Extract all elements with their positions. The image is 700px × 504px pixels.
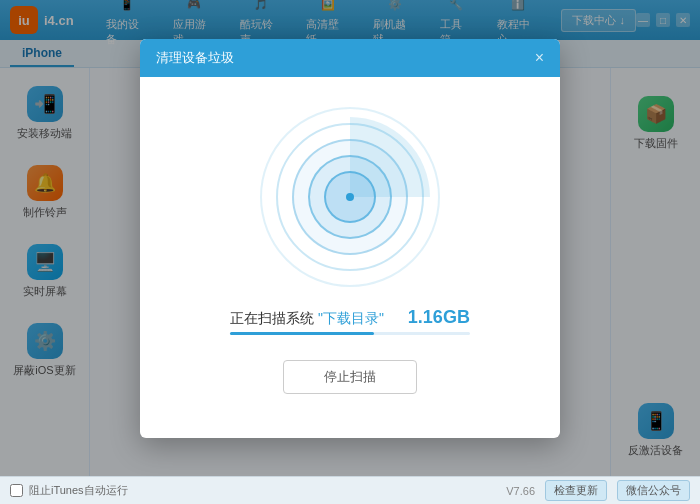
scan-progress-bar: [230, 332, 374, 335]
stop-scan-button[interactable]: 停止扫描: [283, 360, 417, 394]
status-left: 阻止iTunes自动运行: [10, 483, 506, 498]
modal-header: 清理设备垃圾 ×: [140, 39, 560, 77]
modal-title: 清理设备垃圾: [156, 49, 234, 67]
scan-animation: [260, 107, 440, 287]
itunes-label: 阻止iTunes自动运行: [29, 483, 128, 498]
scan-label: 正在扫描系统: [230, 310, 314, 326]
check-update-button[interactable]: 检查更新: [545, 480, 607, 501]
scan-size: 1.16GB: [408, 307, 470, 327]
status-bar: 阻止iTunes自动运行 V7.66 检查更新 微信公众号: [0, 476, 700, 504]
version-label: V7.66: [506, 485, 535, 497]
scan-center-dot: [346, 193, 354, 201]
scan-progress-bar-container: [230, 332, 470, 335]
modal-body: 正在扫描系统 "下载目录" 1.16GB 停止扫描: [140, 77, 560, 414]
status-right: V7.66 检查更新 微信公众号: [506, 480, 690, 501]
modal-close-button[interactable]: ×: [535, 49, 544, 67]
wechat-button[interactable]: 微信公众号: [617, 480, 690, 501]
clean-junk-modal: 清理设备垃圾 × 正在扫描系统 "下载目录" 1.16GB: [140, 39, 560, 438]
modal-overlay: 清理设备垃圾 × 正在扫描系统 "下载目录" 1.16GB: [0, 0, 700, 476]
scan-path: "下载目录": [318, 310, 384, 326]
scan-status-line: 正在扫描系统 "下载目录" 1.16GB: [230, 307, 470, 335]
itunes-checkbox[interactable]: [10, 484, 23, 497]
